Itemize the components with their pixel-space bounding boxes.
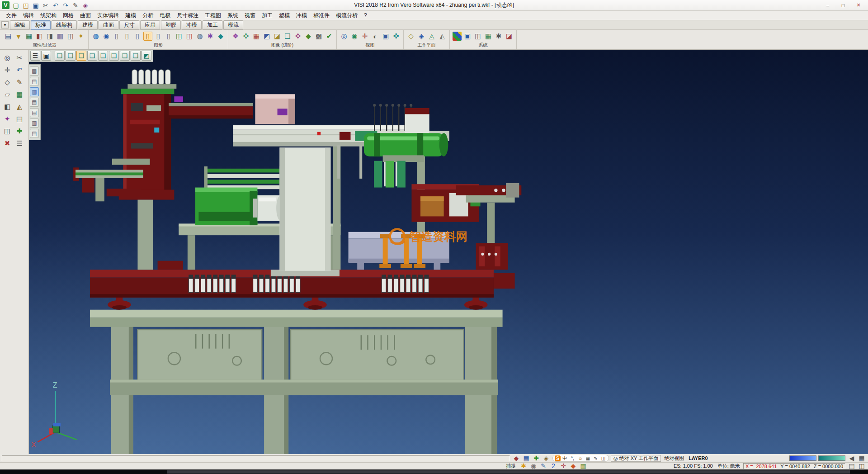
select-all-icon[interactable]: ▥ — [56, 32, 65, 41]
menu-item-1[interactable]: 编辑 — [20, 11, 37, 20]
cylinder-3-icon[interactable]: ▯ — [133, 32, 142, 41]
zoom-window-icon[interactable]: ◉ — [350, 32, 359, 41]
iso-view-ne-icon[interactable]: ❏ — [55, 51, 65, 61]
cross-icon[interactable]: ✛ — [559, 461, 568, 470]
cylinder-6-icon[interactable]: ▯ — [164, 32, 173, 41]
command-prompt-field[interactable] — [2, 455, 510, 461]
diamond-icon[interactable]: ◆ — [216, 32, 225, 41]
cone-icon[interactable]: ◭ — [14, 101, 25, 112]
menu-item-3[interactable]: 网格 — [60, 11, 77, 20]
workplane-icon[interactable]: ◇ — [406, 32, 415, 41]
cells-icon[interactable]: ◫ — [857, 461, 866, 470]
mesh-icon[interactable]: ▩ — [314, 32, 323, 41]
zoom-fit-icon[interactable]: ◎ — [340, 32, 349, 41]
table-icon[interactable]: ▦ — [579, 461, 588, 470]
clipboard-7-icon[interactable]: ▤ — [30, 129, 39, 138]
add-icon[interactable]: ✚ — [14, 126, 25, 137]
apply-icon[interactable]: ✔ — [325, 32, 334, 41]
monitor-icon[interactable]: ▣ — [463, 32, 472, 41]
layer-color-swatch[interactable] — [789, 455, 816, 461]
texture-icon[interactable]: ▦ — [252, 32, 261, 41]
top-view-icon[interactable]: ❏ — [76, 51, 86, 61]
render-icon[interactable]: ❖ — [231, 32, 240, 41]
shade-icon[interactable]: ◧ — [2, 101, 13, 112]
burst-icon[interactable]: ✱ — [206, 32, 215, 41]
redraw-icon[interactable]: ◉ — [102, 32, 111, 41]
tab-6[interactable]: 应用 — [140, 20, 160, 30]
clipboard-6-icon[interactable]: ▥ — [30, 118, 39, 128]
tab-8[interactable]: 冲模 — [182, 20, 202, 30]
db-green-icon[interactable]: ◫ — [175, 32, 184, 41]
cylinder-5-icon[interactable]: ▯ — [154, 32, 163, 41]
menu-item-7[interactable]: 分析 — [139, 11, 156, 20]
menu-item-12[interactable]: 视窗 — [241, 11, 259, 20]
database-icon[interactable]: ◫ — [473, 32, 482, 41]
workplane-align-icon[interactable]: ◈ — [417, 32, 426, 41]
view-mode-label[interactable]: 绝对视图 — [663, 455, 685, 462]
clipboard-5-icon[interactable]: ▤ — [30, 108, 39, 117]
columns-icon[interactable]: ◫ — [2, 126, 13, 137]
window-view-icon[interactable]: ▣ — [381, 32, 390, 41]
menu-item-5[interactable]: 实体编辑 — [94, 11, 122, 20]
main-viewport[interactable]: ☰▣❏❏❏❏❏❏❏❏◩ ▤▤▥▤▤▥▤ — [29, 50, 868, 454]
orient-icon[interactable]: ◆ — [569, 461, 578, 470]
menu-item-8[interactable]: 电极 — [156, 11, 174, 20]
menu-item-0[interactable]: 文件 — [3, 11, 20, 20]
tab-0[interactable]: 编辑 — [10, 20, 30, 30]
menu-item-4[interactable]: 曲面 — [77, 11, 94, 20]
filter-icon[interactable]: ▼ — [14, 32, 23, 41]
workplane-selector[interactable]: ◎ 绝对 XY 工作平面 — [611, 455, 661, 462]
menu-item-9[interactable]: 尺寸标注 — [174, 11, 202, 20]
gem-icon[interactable]: ◆ — [304, 32, 313, 41]
db-red-icon[interactable]: ◫ — [185, 32, 194, 41]
cylinder-2-icon[interactable]: ▯ — [123, 32, 132, 41]
snap-lock-icon[interactable]: ✱ — [519, 461, 528, 470]
cylinder-4-icon[interactable]: ▯ — [143, 32, 152, 41]
menu-item-17[interactable]: 模流分析 — [333, 11, 361, 20]
menu-item-6[interactable]: 建模 — [122, 11, 139, 20]
shadow-icon[interactable]: ◩ — [262, 32, 271, 41]
tab-3[interactable]: 建模 — [78, 20, 98, 30]
settings-icon[interactable]: ◈ — [81, 1, 90, 10]
light-icon[interactable]: ✥ — [293, 32, 302, 41]
shaded-view-icon[interactable]: ▣ — [41, 51, 51, 61]
tab-10[interactable]: 模流 — [223, 20, 243, 30]
back-view-icon[interactable]: ❏ — [120, 51, 130, 61]
active-layer-label[interactable]: LAYER0 — [687, 455, 709, 461]
undo-icon[interactable]: ↶ — [14, 65, 25, 76]
edit-coord-icon[interactable]: ✎ — [539, 461, 548, 470]
punct-icon[interactable]: °, — [569, 455, 576, 461]
sketch-icon[interactable]: ✎ — [14, 77, 25, 88]
tab-overflow-button[interactable]: ▼ — [1, 21, 9, 28]
cylinder-1-icon[interactable]: ▯ — [112, 32, 121, 41]
grid-settings-icon[interactable]: ▦ — [484, 32, 493, 41]
crosshair-icon[interactable]: ✛ — [2, 65, 13, 76]
emoji-icon[interactable]: ☺ — [577, 455, 584, 461]
menu-item-16[interactable]: 标准件 — [310, 11, 333, 20]
close-button[interactable]: ✕ — [851, 1, 866, 10]
color-filter-icon[interactable]: ◧ — [35, 32, 44, 41]
color-palette-icon[interactable] — [453, 32, 462, 41]
invert-select-icon[interactable]: ◫ — [66, 32, 75, 41]
viewport-3d-model[interactable]: 智造资料网 Z X — [29, 50, 868, 454]
pencil-icon[interactable]: ✎ — [71, 1, 80, 10]
model-center-column[interactable] — [271, 147, 340, 276]
cut-icon[interactable]: ✂ — [41, 1, 50, 10]
list-icon[interactable]: ☰ — [14, 138, 25, 149]
minimize-button[interactable]: – — [820, 1, 835, 10]
front-view-icon[interactable]: ❏ — [87, 51, 97, 61]
keyboard-icon[interactable]: ▦ — [585, 455, 591, 461]
model-green-motor-unit[interactable] — [195, 166, 285, 225]
grid-small-icon[interactable]: ▤ — [847, 461, 856, 470]
grid-icon[interactable]: ▦ — [14, 89, 25, 100]
properties-icon[interactable]: ▤ — [4, 32, 13, 41]
workplane-face-icon[interactable]: ◬ — [427, 32, 436, 41]
snap-settings-icon[interactable]: ✱ — [494, 32, 503, 41]
clipboard-3-icon[interactable]: ▥ — [30, 87, 39, 96]
menu-item-2[interactable]: 线架构 — [37, 11, 60, 20]
db-gray-icon[interactable]: ◍ — [195, 32, 204, 41]
ime-logo-icon[interactable]: S — [555, 455, 561, 461]
menu-item-11[interactable]: 系统 — [224, 11, 241, 20]
menu-item-15[interactable]: 冲模 — [293, 11, 310, 20]
tab-1[interactable]: 标准 — [31, 20, 51, 30]
